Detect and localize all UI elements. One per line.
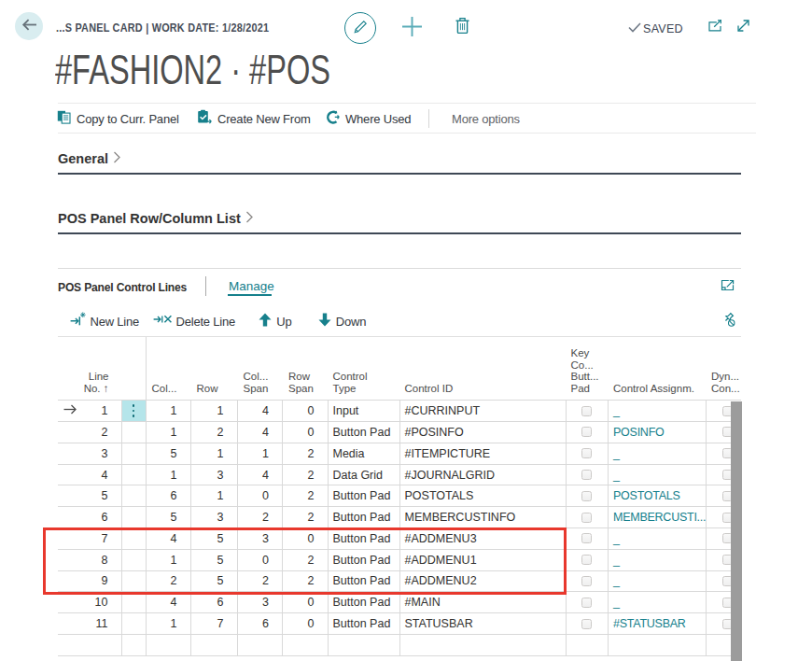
cell-key-pad[interactable] [567,528,609,549]
row-menu-cell[interactable] [122,485,147,506]
table-row[interactable]: 56102Button PadPOSTOTALSPOSTOTALS [58,485,741,507]
create-new-from-button[interactable]: Create New From [197,109,311,128]
cell-row[interactable]: 5 [191,550,238,570]
cell-col[interactable]: 1 [147,550,191,570]
cell-control-type[interactable]: Button Pad [329,507,400,527]
expand-button[interactable] [735,20,750,35]
empty-cell[interactable] [283,635,329,655]
cell-line-no[interactable] [58,635,122,655]
col-header-col-span[interactable]: Col...Span [238,371,284,400]
cell-col-span[interactable]: 4 [238,422,284,443]
cell-line-no[interactable]: 5 [58,485,122,506]
focus-mode-button[interactable] [721,280,735,292]
cell-row[interactable]: 3 [191,465,238,485]
cell-control-id[interactable]: #ADDMENU2 [400,571,567,592]
back-button[interactable] [15,12,43,40]
key-pad-checkbox[interactable] [581,555,592,565]
cell-line-no[interactable]: 8 [58,550,122,570]
cell-col[interactable]: 4 [147,592,191,612]
row-menu-cell[interactable] [122,550,147,570]
tab-manage[interactable]: Manage [229,279,274,293]
cell-row-span[interactable]: 2 [283,485,329,506]
cell-line-no[interactable]: 7 [58,528,122,549]
col-header-control-type[interactable]: ControlType [329,371,400,400]
table-row[interactable]: 41342Data Grid#JOURNALGRID_ [58,465,741,486]
row-menu-cell[interactable] [122,528,147,549]
key-pad-checkbox[interactable] [581,576,592,586]
unpin-button[interactable] [721,315,736,330]
cell-control-type[interactable]: Button Pad [329,422,400,443]
cell-col-span[interactable]: 0 [238,485,284,506]
row-menu-cell[interactable] [122,592,147,612]
row-menu-cell[interactable] [122,613,147,634]
table-row[interactable]: 21240Button Pad#POSINFOPOSINFO [58,422,741,443]
col-header-dyn-con[interactable]: Dyn...Con... [707,371,741,400]
copy-to-curr-panel-button[interactable]: Copy to Curr. Panel [57,109,179,128]
cell-row-span[interactable]: 0 [283,528,329,549]
section-row-column-list[interactable]: POS Panel Row/Column List [58,211,253,226]
cell-line-no[interactable]: 4 [58,465,122,485]
row-menu-cell[interactable] [122,635,147,655]
cell-row[interactable]: 1 [191,401,238,421]
cell-line-no[interactable]: 3 [58,443,122,464]
new-button[interactable] [401,18,423,39]
cell-key-pad[interactable] [567,507,609,527]
key-pad-checkbox[interactable] [581,448,592,458]
cell-control-id[interactable]: MEMBERCUSTINFO [400,507,567,527]
cell-row-span[interactable]: 0 [283,401,329,421]
col-header-row-span[interactable]: RowSpan [283,371,329,400]
key-pad-checkbox[interactable] [581,427,592,437]
vertical-scrollbar[interactable] [731,401,742,661]
row-menu-cell[interactable] [122,443,147,464]
empty-cell[interactable] [191,635,238,655]
cell-col-span[interactable]: 6 [238,613,284,634]
row-menu-cell[interactable] [122,465,147,485]
cell-row-span[interactable]: 0 [283,613,329,634]
cell-col-span[interactable]: 4 [238,465,284,485]
cell-col-span[interactable]: 3 [238,592,284,612]
move-up-button[interactable]: Up [259,312,291,330]
cell-col[interactable]: 5 [147,443,191,464]
row-menu-cell[interactable] [122,507,147,527]
key-pad-checkbox[interactable] [581,491,592,501]
section-general[interactable]: General [58,151,120,166]
table-row[interactable]: 92522Button Pad#ADDMENU2_ [58,571,741,593]
cell-control-assignm[interactable]: _ [609,592,707,612]
cell-col-span[interactable]: 2 [238,571,284,592]
cell-control-id[interactable]: #ITEMPICTURE [400,443,567,464]
empty-cell[interactable] [238,635,284,655]
cell-control-assignm[interactable]: POSTOTALS [609,485,707,506]
cell-control-assignm[interactable]: _ [609,550,707,570]
table-row[interactable]: 11140Input#CURRINPUT_ [58,401,741,422]
cell-col[interactable]: 1 [147,422,191,443]
cell-col[interactable]: 6 [147,485,191,506]
move-down-button[interactable]: Down [318,312,366,330]
cell-control-id[interactable]: #ADDMENU1 [400,550,567,570]
cell-row-span[interactable]: 2 [283,550,329,570]
where-used-button[interactable]: Where Used [326,109,411,128]
table-row[interactable]: 35112Media#ITEMPICTURE_ [58,443,741,465]
cell-control-id[interactable]: #MAIN [400,592,567,612]
cell-row[interactable]: 3 [191,507,238,527]
cell-col-span[interactable]: 1 [238,443,284,464]
empty-cell[interactable] [400,635,567,655]
key-pad-checkbox[interactable] [581,619,592,629]
key-pad-checkbox[interactable] [581,470,592,480]
cell-line-no[interactable]: 1 [58,401,122,421]
cell-row[interactable]: 6 [191,592,238,612]
cell-row[interactable]: 2 [191,422,238,443]
cell-line-no[interactable]: 6 [58,507,122,527]
empty-cell[interactable] [609,635,707,655]
cell-control-type[interactable]: Button Pad [329,592,400,612]
cell-row-span[interactable]: 2 [283,571,329,592]
cell-key-pad[interactable] [567,401,609,421]
col-header-control-id[interactable]: Control ID [400,383,567,401]
table-row-empty[interactable] [58,635,741,656]
cell-col-span[interactable]: 0 [238,550,284,570]
table-row[interactable]: 81502Button Pad#ADDMENU1_ [58,550,741,571]
cell-control-assignm[interactable]: MEMBERCUSTI... [609,507,707,527]
cell-control-assignm[interactable]: _ [609,465,707,485]
cell-col[interactable]: 5 [147,507,191,527]
cell-col-span[interactable]: 4 [238,401,284,421]
cell-control-type[interactable]: Button Pad [329,550,400,570]
